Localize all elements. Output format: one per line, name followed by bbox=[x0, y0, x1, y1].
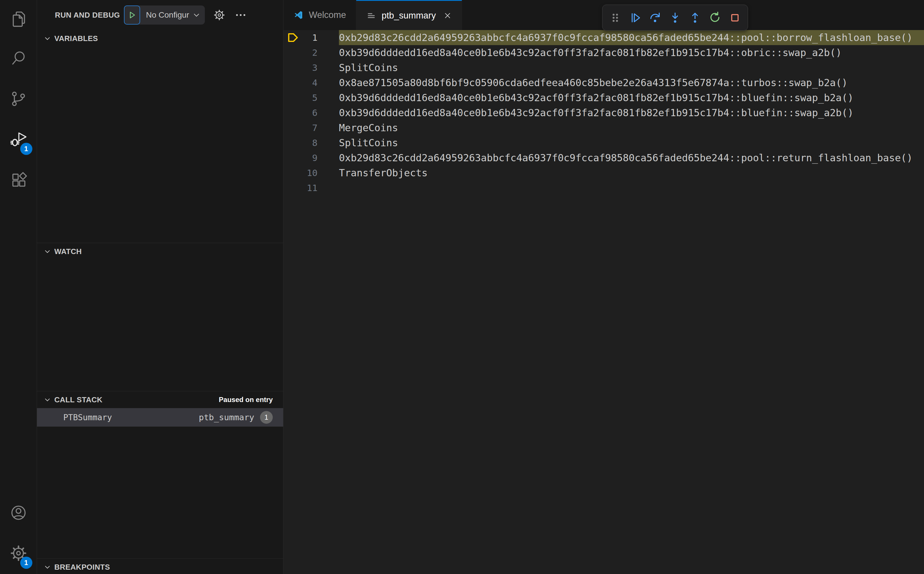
line-number[interactable]: 3 bbox=[312, 62, 318, 73]
tab-welcome-label: Welcome bbox=[309, 10, 346, 20]
code-text[interactable]: 0xb29d83c26cdd2a64959263abbcfc4a6937f0c9… bbox=[339, 30, 924, 45]
search-icon bbox=[9, 49, 27, 68]
continue-button[interactable] bbox=[625, 5, 645, 30]
variables-section-header[interactable]: VARIABLES bbox=[37, 30, 283, 47]
breakpoints-section: BREAKPOINTS bbox=[37, 558, 283, 574]
sidebar-item-explorer[interactable] bbox=[0, 0, 37, 39]
call-stack-section-body bbox=[37, 427, 283, 558]
accounts-button[interactable] bbox=[0, 493, 37, 533]
code-line[interactable]: 4 0x8ae871505a80d8bf6bf9c05906cda6edfeea… bbox=[283, 75, 924, 90]
account-icon bbox=[9, 504, 27, 523]
settings-button[interactable]: 1 bbox=[0, 533, 37, 574]
code-text[interactable]: SplitCoins bbox=[339, 135, 924, 150]
line-number[interactable]: 7 bbox=[312, 123, 318, 133]
activity-bar: 1 bbox=[0, 0, 37, 574]
breakpoints-section-header[interactable]: BREAKPOINTS bbox=[37, 559, 283, 574]
gutter[interactable]: 7 bbox=[283, 120, 339, 135]
stack-frame-badge: 1 bbox=[260, 411, 273, 424]
chevron-down-icon bbox=[193, 5, 205, 25]
gutter[interactable]: 6 bbox=[283, 105, 339, 120]
call-stack-section-header[interactable]: CALL STACK Paused on entry bbox=[37, 391, 283, 408]
code-line[interactable]: 11 bbox=[283, 180, 924, 196]
code-text[interactable]: 0xb39d6dddedd16ed8a40ce0b1e6b43c92acf0ff… bbox=[339, 45, 924, 60]
debug-toolbar bbox=[602, 5, 748, 31]
stack-frame-name: PTBSummary bbox=[63, 413, 112, 422]
debug-config-label: No Configur bbox=[140, 5, 192, 25]
code-line[interactable]: 8 SplitCoins bbox=[283, 135, 924, 150]
chevron-down-icon bbox=[44, 35, 51, 42]
gutter[interactable]: 4 bbox=[283, 75, 339, 90]
variables-section-label: VARIABLES bbox=[54, 34, 98, 43]
code-line[interactable]: 6 0xb39d6dddedd16ed8a40ce0b1e6b43c92acf0… bbox=[283, 105, 924, 120]
code-text[interactable]: TransferObjects bbox=[339, 165, 924, 180]
restart-button[interactable] bbox=[705, 5, 725, 30]
sidebar-item-run-and-debug[interactable]: 1 bbox=[0, 120, 37, 160]
line-number[interactable]: 6 bbox=[312, 107, 318, 118]
line-number[interactable]: 2 bbox=[312, 47, 318, 58]
code-text[interactable] bbox=[339, 180, 924, 196]
line-number[interactable]: 4 bbox=[312, 77, 318, 88]
code-text[interactable]: 0x8ae871505a80d8bf6bf9c05906cda6edfeea46… bbox=[339, 75, 924, 90]
debug-config-dropdown[interactable]: No Configur bbox=[124, 5, 205, 25]
code-line[interactable]: 2 0xb39d6dddedd16ed8a40ce0b1e6b43c92acf0… bbox=[283, 45, 924, 60]
start-debug-button[interactable] bbox=[124, 5, 140, 25]
step-out-button[interactable] bbox=[685, 5, 705, 30]
line-number[interactable]: 1 bbox=[312, 32, 318, 43]
call-stack-frame-row[interactable]: PTBSummary ptb_summary 1 bbox=[37, 408, 283, 427]
sidebar-item-source-control[interactable] bbox=[0, 79, 37, 120]
code-text[interactable]: 0xb39d6dddedd16ed8a40ce0b1e6b43c92acf0ff… bbox=[339, 90, 924, 105]
drag-handle-icon[interactable] bbox=[605, 5, 625, 30]
debug-current-line-arrow-icon bbox=[287, 32, 299, 43]
step-into-button[interactable] bbox=[665, 5, 685, 30]
extensions-icon bbox=[9, 171, 27, 190]
line-number[interactable]: 11 bbox=[307, 183, 318, 193]
code-text[interactable]: 0xb39d6dddedd16ed8a40ce0b1e6b43c92acf0ff… bbox=[339, 105, 924, 120]
code-line[interactable]: 7 MergeCoins bbox=[283, 120, 924, 135]
source-control-icon bbox=[9, 90, 27, 109]
code-text[interactable]: MergeCoins bbox=[339, 120, 924, 135]
code-line[interactable]: 1 0xb29d83c26cdd2a64959263abbcfc4a6937f0… bbox=[283, 30, 924, 45]
line-number[interactable]: 8 bbox=[312, 137, 318, 148]
sidebar-item-search[interactable] bbox=[0, 39, 37, 79]
code-line[interactable]: 5 0xb39d6dddedd16ed8a40ce0b1e6b43c92acf0… bbox=[283, 90, 924, 105]
watch-section: WATCH bbox=[37, 243, 283, 391]
vscode-logo-icon bbox=[293, 10, 304, 20]
code-line[interactable]: 9 0xb29d83c26cdd2a64959263abbcfc4a6937f0… bbox=[283, 150, 924, 165]
sidebar-header: RUN AND DEBUG No Configur bbox=[37, 0, 283, 30]
gutter[interactable]: 8 bbox=[283, 135, 339, 150]
gutter[interactable]: 10 bbox=[283, 165, 339, 180]
stack-frame-file: ptb_summary bbox=[199, 412, 254, 422]
settings-badge: 1 bbox=[20, 557, 32, 569]
gutter[interactable]: 9 bbox=[283, 150, 339, 165]
watch-section-header[interactable]: WATCH bbox=[37, 243, 283, 260]
variables-section-body bbox=[37, 47, 283, 243]
gutter[interactable]: 5 bbox=[283, 90, 339, 105]
gutter[interactable]: 11 bbox=[283, 180, 339, 196]
line-number[interactable]: 5 bbox=[312, 93, 318, 103]
step-over-button[interactable] bbox=[645, 5, 665, 30]
tab-welcome[interactable]: Welcome bbox=[283, 0, 356, 30]
list-file-icon bbox=[366, 10, 376, 21]
line-number[interactable]: 10 bbox=[307, 168, 318, 178]
gutter[interactable]: 1 bbox=[283, 30, 339, 45]
code-line[interactable]: 10 TransferObjects bbox=[283, 165, 924, 180]
tab-ptb-summary[interactable]: ptb_summary bbox=[356, 0, 462, 30]
line-number[interactable]: 9 bbox=[312, 153, 318, 163]
code-editor[interactable]: 1 0xb29d83c26cdd2a64959263abbcfc4a6937f0… bbox=[283, 30, 924, 574]
call-stack-section: CALL STACK Paused on entry PTBSummary pt… bbox=[37, 391, 283, 558]
gutter[interactable]: 2 bbox=[283, 45, 339, 60]
variables-section: VARIABLES bbox=[37, 30, 283, 243]
debug-settings-gear-button[interactable] bbox=[213, 9, 226, 21]
sidebar-title: RUN AND DEBUG bbox=[55, 11, 120, 20]
run-and-debug-sidebar: RUN AND DEBUG No Configur bbox=[37, 0, 283, 574]
code-line[interactable]: 3 SplitCoins bbox=[283, 60, 924, 75]
stop-button[interactable] bbox=[725, 5, 745, 30]
sidebar-item-extensions[interactable] bbox=[0, 160, 37, 200]
code-text[interactable]: SplitCoins bbox=[339, 60, 924, 75]
watch-section-body bbox=[37, 260, 283, 391]
gutter[interactable]: 3 bbox=[283, 60, 339, 75]
code-text[interactable]: 0xb29d83c26cdd2a64959263abbcfc4a6937f0c9… bbox=[339, 150, 924, 165]
chevron-down-icon bbox=[44, 396, 51, 403]
close-icon[interactable] bbox=[443, 11, 452, 20]
more-actions-button[interactable] bbox=[235, 9, 247, 21]
